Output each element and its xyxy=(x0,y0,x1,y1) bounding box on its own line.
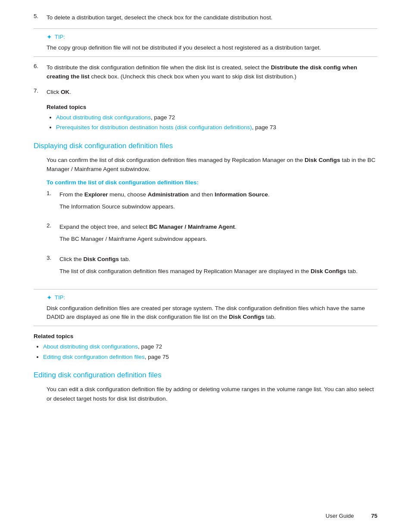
display-step-3-text: Click the Disk Configs tab. xyxy=(59,255,377,264)
display-step-2-note: The BC Manager / Mainframe Agent subwind… xyxy=(59,234,377,244)
section-displaying-heading: Displaying disk configuration definition… xyxy=(34,142,377,150)
page-content: 5. To delete a distribution target, dese… xyxy=(0,0,411,434)
section-editing: Editing disk configuration definition fi… xyxy=(34,371,377,403)
related-list-2: About distributing disk configurations, … xyxy=(34,342,377,361)
tip-1-body: The copy group definition file will not … xyxy=(47,44,377,52)
sub-proc-heading: To confirm the list of disk configuratio… xyxy=(34,179,377,186)
related-link-2-2[interactable]: Editing disk configuration definition fi… xyxy=(43,354,145,360)
tip-box-2: ✦ TIP: Disk configuration definition fil… xyxy=(34,289,377,327)
related-link-2-1[interactable]: About distributing disk configurations xyxy=(43,343,138,350)
tip-2-after: tab. xyxy=(265,314,276,320)
related-list-2-item-2: Editing disk configuration definition fi… xyxy=(43,352,377,362)
d2-bold1: BC Manager / Mainframe Agent xyxy=(149,224,235,230)
display-step-2-content: Expand the object tree, and select BC Ma… xyxy=(59,222,377,249)
tip-icon-2: ✦ xyxy=(47,294,52,302)
tip-1-label: TIP: xyxy=(55,34,65,40)
related-topics-1-label: Related topics xyxy=(47,104,377,110)
step-7-num: 7. xyxy=(34,87,47,97)
related-list-1-item-2: Prerequisites for distribution destinati… xyxy=(56,123,377,132)
step-7-bold: OK xyxy=(61,89,69,95)
related-topics-2-label: Related topics xyxy=(34,333,377,339)
d1-mid2: and then xyxy=(189,191,215,198)
tip-icon-1: ✦ xyxy=(47,33,52,41)
display-step-3-note: The list of disk configuration definitio… xyxy=(59,267,377,276)
display-step-1-content: From the Explorer menu, choose Administr… xyxy=(59,190,377,216)
d3-after: tab. xyxy=(119,256,130,262)
related-page-2-1: , page 72 xyxy=(138,343,162,350)
related-page-1-1: , page 72 xyxy=(151,114,175,121)
related-topics-2: Related topics About distributing disk c… xyxy=(34,333,377,361)
d1-bold1: Explorer xyxy=(84,191,108,198)
d1-bold3: Information Source xyxy=(215,191,268,198)
step-5-text: To delete a distribution target, deselec… xyxy=(47,14,273,21)
related-topics-1: Related topics About distributing disk c… xyxy=(47,104,377,132)
intro-text: You can confirm the list of disk configu… xyxy=(47,157,305,163)
display-step-2: 2. Expand the object tree, and select BC… xyxy=(34,222,377,249)
tip-2-header: ✦ TIP: xyxy=(47,294,377,302)
display-step-2-num: 2. xyxy=(47,222,59,249)
step-5-content: To delete a distribution target, deselec… xyxy=(47,13,377,22)
d3-before: Click the xyxy=(59,256,84,262)
step-6-text-before: To distribute the disk configuration def… xyxy=(47,64,271,71)
d3-note-before: The list of disk configuration definitio… xyxy=(59,268,311,274)
intro-bold: Disk Configs xyxy=(305,157,340,163)
related-list-1: About distributing disk configurations, … xyxy=(47,113,377,132)
related-list-1-item-1: About distributing disk configurations, … xyxy=(56,113,377,122)
step-5-num: 5. xyxy=(34,13,47,22)
d3-note-bold: Disk Configs xyxy=(311,268,346,274)
tip-2-bold: Disk Configs xyxy=(229,314,265,320)
display-step-1: 1. From the Explorer menu, choose Admini… xyxy=(34,190,377,216)
section-displaying-intro: You can confirm the list of disk configu… xyxy=(34,156,377,174)
d1-after: . xyxy=(268,191,270,198)
step-6-content: To distribute the disk configuration def… xyxy=(47,63,377,81)
footer-page-num: 75 xyxy=(371,513,377,519)
d1-mid: menu, choose xyxy=(108,191,148,198)
section-editing-heading: Editing disk configuration definition fi… xyxy=(34,371,377,380)
d1-before: From the xyxy=(59,191,84,198)
step-6-num: 6. xyxy=(34,63,47,81)
tip-2-before: Disk configuration definition files are … xyxy=(47,305,365,320)
d3-note-after: tab. xyxy=(346,268,358,274)
d3-bold1: Disk Configs xyxy=(84,256,119,262)
step-7-content: Click OK. xyxy=(47,87,377,97)
display-step-3-content: Click the Disk Configs tab. The list of … xyxy=(59,255,377,281)
d2-before: Expand the object tree, and select xyxy=(59,224,149,230)
display-step-1-note: The Information Source subwindow appears… xyxy=(59,202,377,212)
display-step-1-num: 1. xyxy=(47,190,59,216)
d2-after: . xyxy=(235,224,237,230)
tip-box-1: ✦ TIP: The copy group definition file wi… xyxy=(34,28,377,57)
tip-2-label: TIP: xyxy=(55,294,65,301)
step-7-text-before: Click xyxy=(47,89,61,95)
section-editing-body: You can edit a disk configuration defini… xyxy=(34,385,377,403)
display-step-1-text: From the Explorer menu, choose Administr… xyxy=(59,190,377,199)
related-link-1-2[interactable]: Prerequisites for distribution destinati… xyxy=(56,124,252,131)
page-footer: User Guide 75 xyxy=(326,513,377,519)
display-step-2-text: Expand the object tree, and select BC Ma… xyxy=(59,222,377,232)
section-displaying: Displaying disk configuration definition… xyxy=(34,142,377,281)
step-7-text-after: . xyxy=(69,89,71,95)
display-step-3-num: 3. xyxy=(47,255,59,281)
related-link-1-1[interactable]: About distributing disk configurations xyxy=(56,114,151,121)
step-5: 5. To delete a distribution target, dese… xyxy=(34,13,377,22)
step-7: 7. Click OK. xyxy=(34,87,377,97)
footer-label: User Guide xyxy=(326,513,354,519)
d1-bold2: Administration xyxy=(148,191,189,198)
step-6-text-after: check box. (Uncheck this check box when … xyxy=(90,73,296,80)
display-step-3: 3. Click the Disk Configs tab. The list … xyxy=(34,255,377,281)
tip-2-body: Disk configuration definition files are … xyxy=(47,304,377,322)
tip-1-header: ✦ TIP: xyxy=(47,33,377,41)
related-list-2-item-1: About distributing disk configurations, … xyxy=(43,342,377,352)
related-page-2-2: , page 75 xyxy=(145,354,169,360)
related-page-1-2: , page 73 xyxy=(252,124,276,131)
step-6: 6. To distribute the disk configuration … xyxy=(34,63,377,81)
